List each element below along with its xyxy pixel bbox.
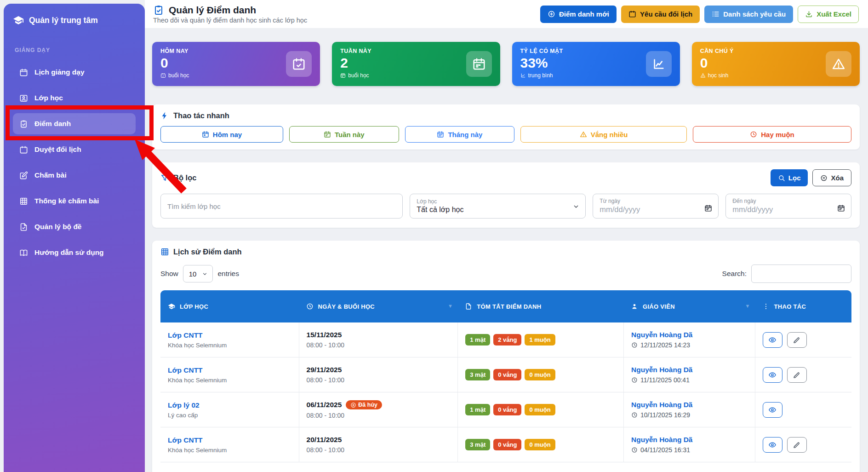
stat-icon-box — [826, 51, 851, 77]
table-row: Lớp lý 02 Lý cao cấp 06/11/2025 Đã hủy 0… — [160, 392, 851, 427]
view-button[interactable] — [763, 437, 782, 453]
calendar-check-icon — [160, 73, 166, 78]
edit-button[interactable] — [787, 332, 807, 348]
table-search-input[interactable] — [751, 265, 851, 283]
from-date-field[interactable]: Từ ngày mm/dd/yyyy — [593, 194, 719, 219]
filter-apply-button[interactable]: Lọc — [771, 169, 808, 186]
quick-action-buttons: Hôm nay Tuần này Tháng này Vắng nhiều Ha… — [160, 126, 851, 143]
calendar-blank-icon — [19, 145, 28, 154]
app-title: Quản lý trung tâm — [29, 16, 98, 25]
pencil-icon — [793, 336, 801, 344]
updated-timestamp: 04/11/2025 16:31 — [631, 446, 748, 454]
clock-icon — [631, 342, 638, 348]
calendar-day-icon — [202, 131, 209, 138]
absent-badge: 0 vắng — [493, 369, 521, 380]
view-button[interactable] — [763, 332, 782, 348]
search-icon — [778, 174, 785, 182]
row-actions — [763, 402, 844, 418]
quick-this-week-button[interactable]: Tuần này — [289, 126, 399, 143]
sidebar-item-huong-dan-su-dung[interactable]: Hướng dẫn sử dụng — [13, 242, 136, 263]
eye-icon — [768, 441, 777, 449]
quick-many-absences-button[interactable]: Vắng nhiều — [520, 126, 687, 143]
class-link[interactable]: Lớp CNTT — [168, 366, 203, 374]
class-link[interactable]: Lớp lý 02 — [168, 401, 200, 409]
teacher-link[interactable]: Nguyễn Hoàng Dã — [631, 331, 692, 339]
teacher-link[interactable]: Nguyễn Hoàng Dã — [631, 436, 692, 443]
quick-today-button[interactable]: Hôm nay — [160, 126, 283, 143]
sidebar-item-label: Lịch giảng dạy — [34, 68, 85, 76]
quick-often-late-button[interactable]: Hay muộn — [693, 126, 851, 143]
sidebar-item-label: Điểm danh — [34, 120, 71, 128]
column-header[interactable]: THAO TÁC — [755, 290, 851, 322]
id-card-icon — [19, 94, 28, 103]
stat-card-3: CẦN CHÚ Ý 0 học sinh — [692, 42, 860, 86]
from-date-label: Từ ngày — [600, 198, 712, 205]
teacher-link[interactable]: Nguyễn Hoàng Dã — [631, 366, 692, 374]
cancelled-badge: Đã hủy — [346, 400, 382, 409]
column-header[interactable]: GIÁO VIÊN ▼ — [623, 290, 755, 322]
column-header[interactable]: NGÀY & BUỔI HỌC ▼ — [299, 290, 458, 322]
clipboard-check-icon — [19, 120, 28, 128]
sidebar-item-thong-ke-cham-bai[interactable]: Thống kê chấm bài — [13, 190, 136, 212]
view-button[interactable] — [763, 367, 782, 383]
page-size-select[interactable]: 10 — [183, 265, 213, 282]
column-header[interactable]: TÓM TẮT ĐIỂM DANH — [457, 290, 623, 322]
teacher-link[interactable]: Nguyễn Hoàng Dã — [631, 401, 692, 409]
new-attendance-button[interactable]: Điểm danh mới — [540, 6, 617, 23]
list-icon — [712, 10, 720, 18]
class-select-value: Tất cả lớp học — [417, 205, 579, 214]
attendance-summary: 1 mặt 2 vắng 1 muộn — [465, 334, 616, 345]
calendar-icon[interactable] — [704, 204, 712, 212]
sidebar-item-label: Lớp học — [34, 94, 63, 102]
export-excel-button[interactable]: Xuất Excel — [798, 6, 859, 23]
sidebar-item-duyet-doi-lich[interactable]: Duyệt đổi lịch — [13, 139, 136, 160]
class-select[interactable]: Lớp học Tất cả lớp học — [410, 194, 586, 219]
sidebar-item-lich-giang-day[interactable]: Lịch giảng dạy — [13, 62, 136, 83]
quick-actions-panel: Thao tác nhanh Hôm nay Tuần này Tháng nà… — [152, 104, 860, 150]
filter-panel: Bộ lọc Lọc Xóa Lớp học Tất cả lớp học — [152, 162, 860, 228]
edit-button[interactable] — [787, 367, 807, 383]
class-search-input[interactable] — [167, 202, 396, 210]
x-circle-icon — [820, 174, 828, 182]
calendar-icon[interactable] — [837, 204, 845, 212]
calendar-week-icon — [472, 57, 486, 71]
person-icon — [631, 303, 638, 310]
view-button[interactable] — [763, 402, 782, 418]
late-badge: 0 muộn — [525, 369, 555, 380]
page-title: Quản lý Điểm danh — [169, 5, 256, 16]
chevron-down-icon — [202, 271, 208, 277]
request-reschedule-button[interactable]: Yêu cầu đổi lịch — [621, 6, 700, 23]
stat-card-2: TỶ LỆ CÓ MẶT 33% trung bình — [512, 42, 680, 86]
request-list-button[interactable]: Danh sách yêu cầu — [704, 6, 793, 23]
sidebar-item-quan-ly-bo-de[interactable]: Quản lý bộ đề — [13, 216, 136, 237]
entries-label: entries — [217, 270, 239, 278]
calendar-month-icon — [437, 131, 444, 138]
pencil-square-icon — [19, 171, 28, 180]
attendance-summary: 3 mặt 0 vắng 0 muộn — [465, 369, 616, 380]
calendar-blank-icon — [628, 10, 636, 18]
table-search-label: Search: — [722, 270, 747, 278]
calendar-week-icon — [340, 73, 346, 78]
column-header[interactable]: LỚP HỌC — [160, 290, 299, 322]
eye-icon — [768, 371, 777, 379]
quick-today-label: Hôm nay — [213, 131, 242, 138]
filter-clear-button[interactable]: Xóa — [812, 169, 851, 186]
sidebar-item-cham-bai[interactable]: Chấm bài — [13, 165, 136, 186]
sidebar-item-lop-hoc[interactable]: Lớp học — [13, 87, 136, 109]
absent-badge: 2 vắng — [493, 334, 521, 345]
request-reschedule-label: Yêu cầu đổi lịch — [640, 10, 692, 18]
sidebar-item-label: Hướng dẫn sử dụng — [34, 248, 104, 257]
present-badge: 1 mặt — [465, 334, 490, 345]
sort-caret: ▼ — [745, 303, 750, 309]
to-date-field[interactable]: Đến ngày mm/dd/yyyy — [725, 194, 851, 219]
class-link[interactable]: Lớp CNTT — [168, 436, 203, 444]
grid-icon — [19, 197, 28, 206]
quick-this-month-button[interactable]: Tháng này — [405, 126, 515, 143]
edit-button[interactable] — [787, 437, 807, 453]
attendance-history-panel: Lịch sử Điểm danh Show 10 entries Search… — [152, 241, 860, 472]
course-name: Khóa học Selemnium — [168, 447, 291, 454]
class-link[interactable]: Lớp CNTT — [168, 331, 203, 339]
download-icon — [805, 10, 813, 18]
clock-icon — [631, 447, 638, 453]
sidebar-item-diem-danh[interactable]: Điểm danh — [13, 113, 136, 134]
